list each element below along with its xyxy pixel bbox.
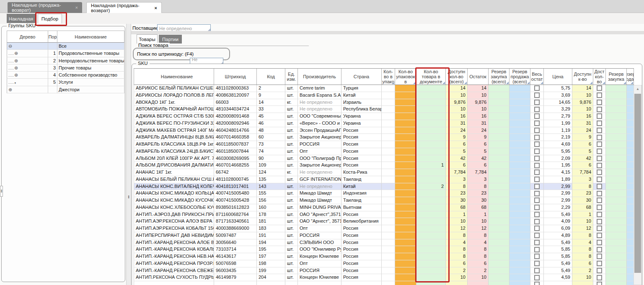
cell-code[interactable]: 178 [257,211,285,218]
table-row[interactable]: АДЖИКА МАХЕЕВ ОСТРАЯ 140Г МАХ46042480147… [134,127,634,134]
cell-barcode[interactable]: 4811028000363 [214,85,257,92]
cell-qty_doc[interactable] [416,232,446,239]
cell-rest[interactable]: 8 [468,246,489,253]
cell-price[interactable]: 5,85 [544,253,572,260]
cell-name[interactable]: АНТИП.-КАРАНД.РЕКСОНА КОБАЛЬТ [134,246,214,253]
cell-country[interactable]: Израиль [341,99,382,106]
cell-qty_doc[interactable] [416,225,446,232]
cell-res_sale_total[interactable] [510,99,530,106]
cell-rest[interactable]: 10 [468,106,489,113]
cell-qty_in_pack[interactable] [382,120,395,127]
cell-rest[interactable]: 23 [468,190,489,197]
cell-res_buy_total[interactable] [489,99,510,106]
window-tab-invoices-list[interactable]: Накладные (продажа-возврат) × [8,2,82,13]
checkbox[interactable] [534,92,540,98]
cell-name[interactable]: АДЖИКА ВЕРЕС ПО-ГРУЗИНСКИ 325 [134,120,214,127]
cell-avail_chk[interactable] [593,197,606,204]
cell-qty_in_pack[interactable] [382,148,395,155]
cell-res_sale_total[interactable] [510,141,530,148]
column-header-barcode[interactable]: Штрихкод [214,69,257,85]
cell-avail_chk[interactable] [593,204,606,211]
cell-barcode[interactable]: 4007415005480 [214,190,257,197]
cell-code[interactable]: 46 [257,120,285,127]
cell-res_buy_total[interactable] [489,106,510,113]
cell-res_buy[interactable] [606,169,627,176]
cell-res_buy[interactable] [606,127,627,134]
cell-price[interactable]: 2,29 [544,204,572,211]
cell-whole_rest[interactable] [530,148,544,155]
tab-selection[interactable]: Подбор [38,14,62,23]
cell-res_sale_total[interactable] [510,204,530,211]
cell-avail_chk[interactable] [593,176,606,183]
cell-rest[interactable]: 30 [468,197,489,204]
tree-cell-order[interactable]: 5 [48,79,57,86]
cell-res_buy[interactable] [606,92,627,99]
cell-price[interactable] [544,281,572,285]
cell-qty_in_pack[interactable] [382,99,395,106]
cell-qty_doc[interactable] [416,155,446,162]
cell-country[interactable]: Индонезия [341,190,382,197]
cell-producer[interactable]: ООО "Юниливер Ру [298,246,341,253]
cell-code[interactable]: 194 [257,239,285,246]
tree-cell-order[interactable] [48,43,57,50]
cell-rest[interactable]: 9,876 [468,99,489,106]
cell-qty_doc[interactable] [416,281,446,285]
cell-code[interactable]: 197 [257,253,285,260]
tree-cell-order[interactable]: 3 [48,64,57,72]
cell-rest[interactable]: 68 [468,204,489,211]
cell-unit[interactable]: шт. [285,253,298,260]
cell-code[interactable]: 9 [257,92,285,99]
cell-barcode[interactable]: 4811028000745 [214,176,257,183]
cell-barcode[interactable] [214,281,257,285]
cell-qty_packs[interactable] [395,176,416,183]
cell-code[interactable]: 48 [257,127,285,134]
cell-price[interactable]: 2,99 [544,183,572,190]
cell-name[interactable]: АНТИПЕРСПИРАНТ ДАВ НЕВИДИМЫ [134,232,214,239]
cell-avail_total[interactable]: 5 [446,148,468,155]
checkbox[interactable] [534,177,540,182]
cell-unit[interactable]: шт. [285,211,298,218]
cell-producer[interactable]: РОССИЯ [298,232,341,239]
table-row[interactable]: АЛЬБОМ Д/РИСОВАНИЯ ДАЛМАТИН4607014668255… [134,162,634,169]
cell-unit[interactable]: шт. [285,85,298,92]
cell-res_sale[interactable] [627,148,634,155]
cell-avail_qty[interactable]: 3 [572,176,593,183]
cell-whole_rest[interactable] [530,141,544,148]
cell-code[interactable]: 14 [257,99,285,106]
cell-name[interactable]: АЛЬБОМ Д/РИСОВАНИЯ ДАЛМАТИН [134,162,214,169]
cell-qty_doc[interactable] [416,92,446,99]
table-row[interactable]: АНТИП.-КАРАНД.РЕКСОНА ПРОЗР.КР5007659819… [134,260,634,267]
cell-res_buy[interactable] [606,134,627,141]
cell-res_sale_total[interactable] [510,190,530,197]
cell-country[interactable]: Россия [341,225,382,232]
checkbox[interactable] [597,198,602,203]
cell-avail_total[interactable]: 6 [446,260,468,267]
cell-rest[interactable]: 6 [468,141,489,148]
cell-country[interactable]: Россия [341,253,382,260]
cell-qty_packs[interactable] [395,113,416,120]
cell-unit[interactable]: шт. [285,218,298,225]
cell-producer[interactable]: ОАО "Арнест",3571 [298,211,341,218]
cell-rest[interactable]: 14 [468,85,489,92]
cell-name[interactable]: АНТИП.-КАРАНД.РЕКСОНА АЛОЕ ВЕ [134,239,214,246]
cell-res_buy_total[interactable] [489,260,510,267]
cell-res_buy[interactable] [606,148,627,155]
cell-res_buy[interactable] [606,85,627,92]
cell-code[interactable]: 73 [257,141,285,148]
cell-qty_packs[interactable] [395,169,416,176]
cell-name[interactable]: АДЖИКА ВЕРЕС ОСТРАЯ СТ/Б 530Г [134,113,214,120]
cell-res_buy[interactable] [606,239,627,246]
cell-qty_doc[interactable] [416,267,446,275]
cell-qty_doc[interactable] [416,190,446,197]
cell-barcode[interactable]: 66742 [214,169,257,176]
cell-avail_total[interactable]: 8 [446,232,468,239]
cell-res_sale_total[interactable] [510,155,530,162]
table-row[interactable]: АВОКАДО 1КГ 1кг.6600314кг.Не определеноИ… [134,99,634,106]
cell-qty_packs[interactable] [395,190,416,197]
cell-qty_packs[interactable] [395,246,416,253]
cell-res_sale_total[interactable] [510,92,530,99]
cell-res_sale_total[interactable] [510,134,530,141]
cell-qty_doc[interactable] [416,197,446,204]
tree-cell-tree[interactable]: ⊕ [7,64,48,72]
tab-invoice[interactable]: Накладная [7,14,35,23]
